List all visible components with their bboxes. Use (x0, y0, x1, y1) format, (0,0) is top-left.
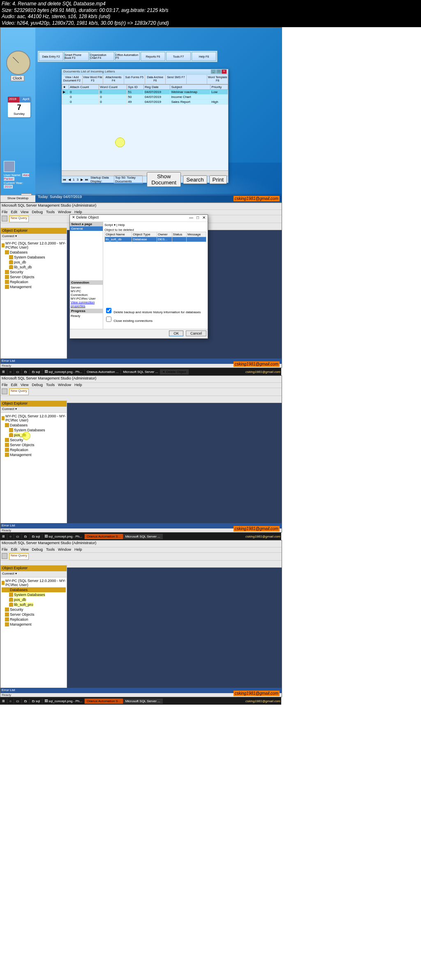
table-row[interactable]: ▶ 0 0 51 04/07/2019 Webinar roadmap Low (62, 90, 228, 95)
menu-debug[interactable]: Debug (32, 547, 43, 552)
tree-management[interactable]: Management (2, 452, 66, 457)
open-icon[interactable] (2, 216, 7, 221)
prev-page-icon[interactable]: ◀ (68, 178, 71, 182)
col-owner[interactable]: Owner (157, 232, 172, 237)
maximize-icon[interactable]: □ (197, 215, 199, 221)
col-object-type[interactable]: Object Type (132, 232, 157, 237)
clock-button[interactable]: Clock (11, 75, 24, 81)
first-page-icon[interactable]: ⏮ (63, 178, 66, 182)
open-icon[interactable] (2, 389, 7, 394)
documents-window-titlebar[interactable]: Documents List of Incoming Letters _ □ × (62, 69, 228, 75)
new-query-button[interactable]: New Query (9, 553, 29, 560)
taskbar-sql[interactable]: 🗀 sql (30, 534, 42, 539)
menu-view[interactable]: View (21, 210, 28, 215)
col-sysid[interactable]: Sys ID (127, 85, 144, 90)
tree-replication[interactable]: Replication (2, 447, 66, 452)
connect-button[interactable]: Connect ▾ (2, 407, 17, 411)
next-page-icon[interactable]: ▶ (81, 178, 83, 182)
task-view-icon[interactable]: ▭ (14, 369, 22, 375)
col-object-name[interactable]: Object Name (105, 232, 132, 237)
minimize-icon[interactable]: _ (211, 70, 216, 74)
tree-databases[interactable]: Databases (2, 587, 66, 592)
toolbar-org-chart[interactable]: Organization Chart F4 (90, 52, 114, 61)
table-row[interactable]: 0 0 50 04/07/2019 Income Chart (62, 95, 228, 100)
ssms-titlebar[interactable]: Microsoft SQL Server Management Studio (… (0, 376, 282, 383)
search-button[interactable]: Search (183, 175, 207, 184)
taskbar-sql[interactable]: 🗀 sql (30, 369, 42, 375)
dw-attachments[interactable]: Attachments F4 (103, 75, 124, 84)
menu-file[interactable]: File (2, 547, 8, 552)
menu-tools[interactable]: Tools (46, 383, 55, 388)
dw-word-template[interactable]: Word Template F8 (207, 75, 228, 84)
taskbar-ssms[interactable]: Microsoft SQL Server ... (121, 369, 160, 375)
maximize-icon[interactable]: □ (216, 70, 221, 74)
dw-view-word[interactable]: View Word File F3 (83, 75, 104, 84)
close-icon[interactable]: ✕ (72, 215, 75, 219)
taskbar-concept[interactable]: 🖼 sql_concept.png - Ph... (42, 534, 85, 539)
tree-security[interactable]: Security (2, 607, 66, 612)
tree-server[interactable]: MY-PC (SQL Server 12.0.2000 - MY-PC\Rec … (2, 578, 66, 587)
print-button[interactable]: Print (209, 175, 227, 184)
taskbar-concept[interactable]: 🖼 sql_concept.png - Ph... (42, 698, 85, 704)
close-connections-checkbox[interactable]: Close existing connections (104, 315, 206, 323)
search-icon[interactable]: ○ (7, 369, 14, 375)
start-button[interactable]: ⊞ (0, 698, 7, 704)
ssms-titlebar[interactable]: Microsoft SQL Server Management Studio (… (0, 203, 282, 210)
view-connection-link[interactable]: View connection properties (71, 300, 95, 308)
connect-button[interactable]: Connect ▾ (2, 572, 17, 575)
toolbar-data-entry[interactable]: Data Entry F2 (39, 52, 63, 61)
dialog-titlebar[interactable]: ✕ Delete Object — □ ✕ (70, 215, 208, 222)
search-icon[interactable]: ○ (7, 698, 14, 704)
taskbar-ssms[interactable]: Microsoft SQL Server ... (123, 534, 163, 539)
explorer-icon[interactable]: 🗀 (22, 698, 30, 704)
taskbar-sql[interactable]: 🗀 sql (30, 698, 42, 704)
show-document-button[interactable]: Show Document (147, 172, 181, 187)
object-explorer[interactable]: Object Explorer Connect ▾ MY-PC (SQL Ser… (0, 565, 67, 689)
windows-taskbar[interactable]: ⊞ ○ ▭ 🗀 🗀 sql 🖼 sql_concept.png - Ph... … (0, 533, 281, 540)
explorer-icon[interactable]: 🗀 (22, 534, 30, 539)
task-view-icon[interactable]: ▭ (14, 698, 22, 704)
taskbar-oranus[interactable]: Oranus Automation ... (85, 369, 121, 375)
col-word[interactable]: Word Count (99, 85, 127, 90)
object-explorer[interactable]: Object Explorer Connect ▾ MY-PC (SQL Ser… (0, 228, 67, 359)
menu-file[interactable]: File (2, 210, 8, 215)
object-explorer[interactable]: Object Explorer Connect ▾ MY-PC (SQL Ser… (0, 400, 67, 524)
menu-debug[interactable]: Debug (32, 210, 43, 215)
toolbar-reports[interactable]: Reports F6 (141, 52, 165, 61)
menu-window[interactable]: Window (58, 383, 71, 388)
ssms-menu[interactable]: File Edit View Debug Tools Window Help (0, 383, 282, 388)
dw-sub-forms[interactable]: Sub Forms F5 (124, 75, 145, 84)
object-explorer-tree[interactable]: MY-PC (SQL Server 12.0.2000 - MY-PC\Rec … (1, 240, 67, 290)
explorer-icon[interactable]: 🗀 (22, 369, 30, 375)
new-query-button[interactable]: New Query (9, 389, 29, 395)
windows-taskbar[interactable]: ⊞ ○ ▭ 🗀 🗀 sql 🖼 sql_concept.png - Ph... … (0, 697, 281, 705)
close-icon[interactable]: ✕ (202, 215, 206, 221)
tree-lib-pro[interactable]: lib_soft_pro (2, 602, 66, 607)
menu-help[interactable]: Help (74, 547, 82, 552)
col-message[interactable]: Message (187, 232, 206, 237)
taskbar-oranus[interactable]: Oranus Automation S... (85, 698, 123, 704)
connect-button[interactable]: Connect ▾ (2, 234, 17, 238)
cancel-button[interactable]: Cancel (186, 331, 206, 336)
menu-help[interactable]: Help (74, 383, 82, 388)
toolbar-help[interactable]: Help F8 (192, 52, 216, 61)
close-icon[interactable]: × (222, 70, 227, 74)
documents-table[interactable]: ★ Attach Count Word Count Sys ID Reg Dat… (62, 84, 228, 105)
menu-view[interactable]: View (21, 383, 28, 388)
tree-pos-db[interactable]: pos_db (2, 597, 66, 602)
col-indicator[interactable]: ★ (62, 85, 69, 90)
menu-tools[interactable]: Tools (46, 547, 55, 552)
menu-view[interactable]: View (21, 547, 28, 552)
search-icon[interactable]: ○ (7, 534, 14, 539)
tree-security[interactable]: Security (2, 438, 66, 442)
toolbar-tools[interactable]: Tools F7 (166, 52, 191, 61)
minimize-icon[interactable]: — (189, 215, 193, 221)
ssms-titlebar[interactable]: Microsoft SQL Server Management Studio (… (0, 540, 282, 547)
tree-management[interactable]: Management (2, 622, 66, 627)
new-query-button[interactable]: New Query (9, 216, 29, 222)
taskbar-delete-object[interactable]: ✕ Delete Object (160, 369, 188, 375)
tree-pos-db[interactable]: pos_db (2, 433, 66, 438)
col-subject[interactable]: Subject (170, 85, 210, 90)
ok-button[interactable]: OK (169, 331, 183, 336)
taskbar-oranus[interactable]: Oranus Automation S... (85, 534, 123, 539)
